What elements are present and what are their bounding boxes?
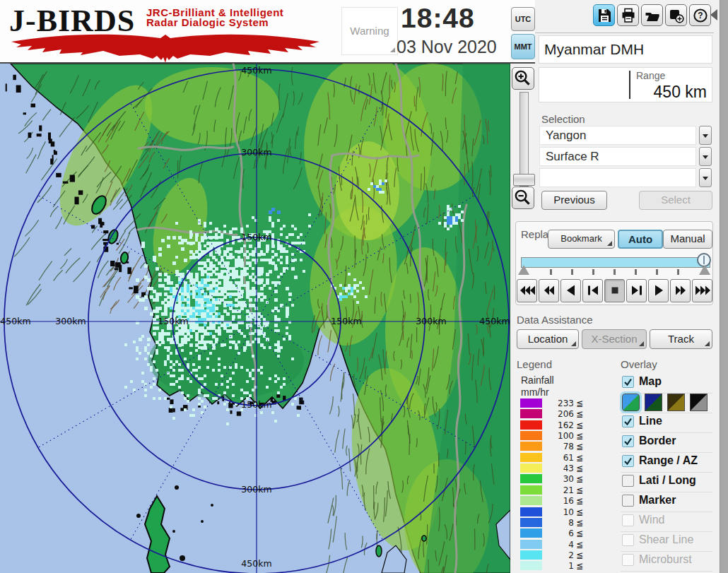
map-style-swatch-2[interactable] — [645, 394, 662, 411]
warning-button[interactable]: Warning — [341, 7, 398, 55]
rewind-2-button[interactable] — [539, 279, 559, 302]
open-folder-button[interactable] — [641, 4, 663, 26]
forward-2-button[interactable] — [670, 279, 691, 302]
legend-comparator: ≦ — [576, 540, 583, 550]
selection-dropdown-button-2[interactable] — [699, 147, 712, 166]
print-button[interactable] — [617, 4, 639, 26]
legend-swatch — [520, 442, 542, 451]
selection-field-2[interactable]: Surface R — [539, 147, 696, 166]
button-label: Location — [528, 333, 568, 345]
track-button[interactable]: Track — [650, 329, 712, 349]
auto-button[interactable]: Auto — [618, 230, 663, 249]
lati-long-checkbox[interactable] — [622, 475, 634, 487]
overlay-label: Overlay — [621, 358, 657, 370]
step-left-button[interactable] — [582, 279, 603, 302]
legend-comparator: ≦ — [576, 507, 583, 517]
line-checkbox[interactable] — [622, 415, 634, 427]
legend-value: 30 — [546, 474, 574, 484]
selection-label: Selection — [541, 113, 585, 125]
slider-tick — [592, 269, 594, 275]
selection-field-3[interactable] — [539, 168, 696, 187]
map-style-row — [621, 393, 712, 413]
legend-value: 233 — [546, 398, 574, 408]
selection-field-1[interactable]: Yangon — [539, 126, 696, 145]
help-button[interactable]: ? — [689, 4, 711, 26]
range-ring-label: 150km — [158, 316, 188, 326]
forward-3-button[interactable] — [692, 279, 712, 302]
collapse-panel-arrow-icon[interactable] — [710, 9, 717, 20]
check-icon — [623, 377, 633, 387]
legend-swatch — [520, 540, 542, 549]
zoom-out-button[interactable] — [512, 187, 534, 209]
legend-comparator: ≦ — [576, 496, 583, 506]
legend-value: 61 — [546, 453, 574, 463]
overlay-item-label: Lati / Long — [639, 474, 696, 487]
check-icon — [623, 436, 633, 447]
legend-comparator: ≦ — [576, 442, 583, 451]
map-style-swatch-4[interactable] — [690, 394, 708, 411]
play-right-button[interactable] — [648, 279, 669, 302]
zoom-slider-track[interactable] — [519, 92, 529, 187]
range-az-checkbox[interactable] — [622, 455, 634, 467]
location-button[interactable]: Location — [517, 329, 579, 349]
legend-comparator: ≦ — [576, 485, 583, 495]
map-style-swatch-1[interactable] — [622, 394, 640, 411]
map-style-swatch-3[interactable] — [667, 394, 685, 411]
range-ring-label: 300km — [241, 147, 271, 158]
legend-label: Legend — [517, 358, 552, 370]
border-checkbox[interactable] — [622, 435, 634, 447]
legend-swatch — [520, 431, 542, 440]
overlay-item-label: Microburst — [639, 553, 692, 566]
play-left-button[interactable] — [560, 279, 581, 302]
previous-button[interactable]: Previous — [541, 191, 607, 210]
save-button[interactable] — [593, 4, 615, 26]
legend-comparator: ≦ — [576, 398, 583, 408]
legend-swatch — [520, 463, 542, 473]
window-edge — [720, 0, 728, 573]
range-value: 450 km — [0, 83, 707, 102]
manual-button[interactable]: Manual — [663, 230, 712, 249]
replay-slider-track[interactable] — [521, 257, 710, 268]
bookmark-corner-icon — [607, 241, 612, 246]
station-name: Myanmar DMH — [544, 41, 644, 58]
stop-button[interactable] — [604, 279, 625, 302]
export-image-icon — [668, 7, 685, 24]
marker-checkbox[interactable] — [622, 495, 634, 507]
legend-swatch — [520, 507, 542, 516]
selection-dropdown-button-1[interactable] — [699, 126, 712, 145]
overlay-item-label: Wind — [639, 514, 664, 526]
legend-unit: Rainfall mm/hr — [521, 374, 554, 398]
range-ring-label: 450km — [479, 316, 510, 326]
export-image-button[interactable] — [665, 4, 687, 26]
data-assistance-label: Data Assistance — [517, 314, 593, 326]
legend-swatch — [520, 409, 542, 418]
button-label: X-Section — [591, 333, 637, 345]
slider-tick — [550, 269, 552, 275]
timezone-button-mmt[interactable]: MMT — [511, 34, 535, 59]
bookmark-button[interactable]: Bookmark — [548, 230, 615, 249]
slider-tick — [677, 269, 679, 275]
chevron-down-icon — [703, 134, 708, 138]
range-label: Range — [636, 70, 665, 81]
rewind-3-button[interactable] — [517, 279, 537, 302]
overlay-row-lati-long: Lati / Long — [621, 472, 712, 492]
radar-map[interactable]: 450km300km150km150km300km450km450km300km… — [0, 64, 510, 573]
slider-end-marker[interactable] — [699, 265, 710, 275]
overlay-item-label: Border — [639, 435, 676, 447]
rewind-2-icon — [541, 283, 558, 298]
timezone-button-utc[interactable]: UTC — [511, 7, 535, 31]
map-checkbox[interactable] — [622, 376, 634, 388]
step-right-button[interactable] — [626, 279, 647, 302]
select-button[interactable]: Select — [639, 191, 712, 210]
x-section-button[interactable]: X-Section — [582, 329, 647, 349]
legend-swatch — [520, 485, 542, 495]
legend-swatch — [520, 528, 542, 538]
selection-dropdown-button-3[interactable] — [699, 168, 712, 187]
button-label: Track — [668, 333, 694, 345]
menu-corner-icon — [639, 341, 644, 346]
play-right-icon — [650, 283, 667, 298]
legend-value: 206 — [546, 409, 574, 419]
slider-start-marker[interactable] — [518, 265, 529, 275]
legend-comparator: ≦ — [576, 550, 583, 560]
zoom-slider-thumb[interactable] — [513, 174, 535, 186]
